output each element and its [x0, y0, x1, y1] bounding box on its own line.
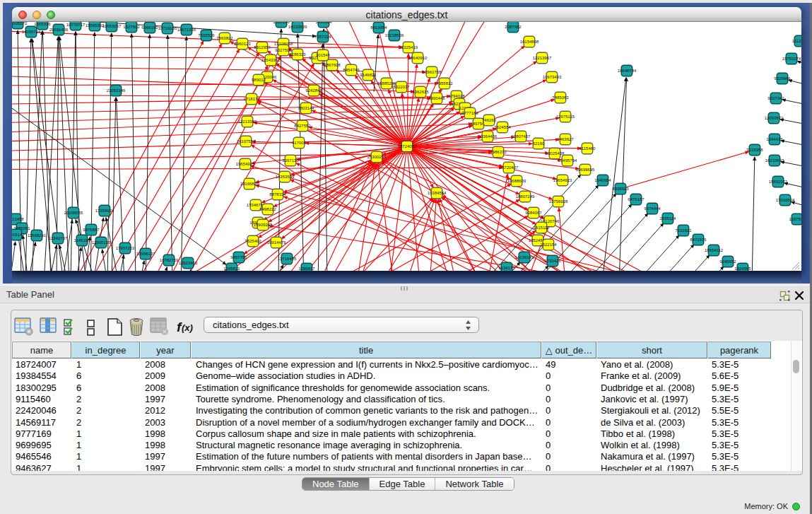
- svg-text:20206555: 20206555: [64, 211, 83, 215]
- svg-text:12213967: 12213967: [533, 56, 552, 60]
- svg-text:9457791: 9457791: [230, 255, 247, 259]
- svg-text:10653267: 10653267: [102, 24, 122, 28]
- svg-text:17957253: 17957253: [116, 246, 135, 250]
- svg-text:16914479: 16914479: [267, 240, 286, 245]
- svg-text:9463627: 9463627: [557, 137, 574, 141]
- svg-text:1095817: 1095817: [298, 267, 315, 271]
- svg-text:201546: 201546: [316, 53, 331, 57]
- svg-text:7986372: 7986372: [490, 150, 507, 154]
- svg-text:16033809: 16033809: [288, 25, 307, 29]
- svg-text:15720407: 15720407: [500, 165, 519, 170]
- svg-text:3915147: 3915147: [12, 233, 25, 237]
- svg-text:20691406: 20691406: [49, 28, 69, 32]
- svg-text:9242848: 9242848: [305, 88, 322, 93]
- svg-text:1615112: 1615112: [534, 226, 551, 230]
- svg-text:21053346: 21053346: [107, 88, 126, 93]
- svg-text:6479197: 6479197: [628, 197, 645, 201]
- svg-text:15692971: 15692971: [769, 180, 788, 184]
- svg-text:21035572: 21035572: [12, 22, 28, 25]
- svg-text:1045821: 1045821: [223, 267, 240, 271]
- svg-text:19756928: 19756928: [549, 199, 568, 204]
- svg-text:8960123: 8960123: [234, 42, 251, 46]
- svg-text:8813054: 8813054: [370, 25, 387, 30]
- svg-text:8938923: 8938923: [612, 187, 629, 191]
- svg-text:8912957: 8912957: [254, 45, 271, 49]
- svg-text:11325419: 11325419: [399, 45, 418, 49]
- svg-text:3215958: 3215958: [746, 148, 763, 152]
- svg-text:6966160: 6966160: [141, 25, 158, 30]
- svg-text:2522154: 2522154: [540, 243, 557, 247]
- svg-text:17359924: 17359924: [95, 209, 114, 213]
- svg-text:2867608: 2867608: [324, 63, 341, 67]
- svg-text:12923465: 12923465: [179, 261, 198, 265]
- svg-text:18640910: 18640910: [408, 56, 428, 60]
- svg-text:9474444: 9474444: [644, 206, 661, 211]
- svg-text:10807457: 10807457: [512, 134, 531, 139]
- svg-text:8427552: 8427552: [294, 124, 311, 128]
- svg-text:7663822: 7663822: [216, 36, 233, 40]
- svg-text:3267130: 3267130: [282, 158, 299, 163]
- svg-text:11568291: 11568291: [28, 233, 47, 238]
- svg-text:10688609: 10688609: [507, 179, 526, 183]
- svg-text:10699695: 10699695: [576, 168, 595, 172]
- svg-text:10961758: 10961758: [423, 70, 442, 74]
- svg-text:6498222: 6498222: [259, 207, 276, 211]
- svg-text:17016504: 17016504: [776, 198, 795, 202]
- svg-text:1733426: 1733426: [544, 259, 561, 263]
- svg-text:14353594: 14353594: [276, 175, 295, 179]
- svg-text:18807249: 18807249: [516, 194, 535, 199]
- svg-text:9146821: 9146821: [360, 73, 377, 77]
- svg-text:25300253: 25300253: [367, 155, 387, 159]
- svg-text:10958107: 10958107: [136, 252, 155, 256]
- svg-text:16543362: 16543362: [261, 58, 281, 62]
- svg-text:23495794: 23495794: [558, 158, 577, 163]
- svg-text:8186323: 8186323: [289, 52, 306, 57]
- svg-text:1167533: 1167533: [789, 217, 801, 221]
- svg-text:7515526: 7515526: [198, 33, 215, 37]
- svg-text:18724007: 18724007: [398, 144, 417, 148]
- svg-text:1623196: 1623196: [273, 22, 290, 24]
- svg-text:10025438: 10025438: [546, 151, 565, 156]
- svg-text:1145195: 1145195: [74, 238, 91, 243]
- svg-text:1924565: 1924565: [734, 267, 751, 271]
- svg-text:16107552: 16107552: [237, 139, 256, 144]
- svg-text:1103364: 1103364: [316, 22, 333, 24]
- svg-text:(x): (x): [182, 322, 193, 333]
- svg-text:12093872: 12093872: [765, 116, 784, 120]
- svg-text:2087682: 2087682: [505, 25, 522, 29]
- svg-text:8454749: 8454749: [343, 68, 360, 72]
- svg-text:1112503: 1112503: [792, 39, 801, 43]
- svg-text:7357224: 7357224: [314, 35, 331, 39]
- svg-text:15751074: 15751074: [782, 57, 801, 61]
- svg-text:9975887: 9975887: [83, 228, 100, 232]
- svg-text:12342737: 12342737: [49, 236, 68, 240]
- svg-text:9329966: 9329966: [774, 76, 791, 81]
- svg-text:20364436: 20364436: [478, 134, 498, 139]
- svg-text:417006: 417006: [292, 141, 307, 145]
- svg-text:13716485: 13716485: [278, 257, 297, 261]
- svg-text:12975115: 12975115: [556, 115, 575, 119]
- svg-text:6794028: 6794028: [448, 94, 465, 98]
- svg-text:1640954: 1640954: [594, 178, 611, 182]
- svg-text:19384554: 19384554: [428, 191, 447, 195]
- svg-text:19218506: 19218506: [385, 33, 404, 37]
- svg-text:12213369: 12213369: [238, 119, 257, 124]
- svg-text:15909348: 15909348: [254, 223, 273, 227]
- svg-text:8471676: 8471676: [690, 238, 707, 242]
- svg-text:14055724: 14055724: [22, 30, 41, 34]
- svg-text:10973493: 10973493: [543, 75, 562, 79]
- svg-text:8322037: 8322037: [393, 85, 410, 89]
- svg-text:9245652: 9245652: [719, 259, 736, 264]
- svg-text:10770717: 10770717: [66, 23, 86, 27]
- svg-text:10654112: 10654112: [705, 248, 724, 252]
- svg-text:16154808: 16154808: [520, 40, 539, 44]
- svg-text:10719155: 10719155: [158, 26, 177, 30]
- svg-text:9777169: 9777169: [461, 111, 478, 115]
- svg-text:16210643: 16210643: [765, 158, 784, 163]
- svg-text:9115460: 9115460: [579, 146, 596, 151]
- svg-text:16782759: 16782759: [160, 258, 179, 262]
- svg-text:2935114: 2935114: [660, 216, 677, 221]
- svg-text:14136141: 14136141: [515, 255, 534, 259]
- svg-text:9227342: 9227342: [767, 96, 784, 100]
- svg-text:989012: 989012: [252, 78, 266, 82]
